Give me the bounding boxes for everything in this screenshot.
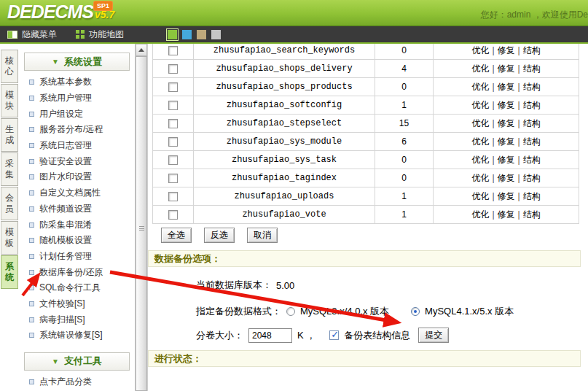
theme-swatch-3[interactable] — [211, 30, 221, 39]
sidebar-item[interactable]: 验证安全设置 — [19, 153, 135, 169]
sidebar-item[interactable]: 随机模板设置 — [19, 233, 135, 249]
tab-模板[interactable]: 模板 — [1, 221, 18, 255]
mysql4-radio-label[interactable]: MySQL4.1.x/5.x 版本 — [425, 305, 514, 318]
cancel-button[interactable]: 取消 — [247, 228, 278, 243]
scrollbar-up-button[interactable] — [136, 44, 147, 56]
menu-section-1[interactable]: ▼支付工具 — [24, 352, 130, 371]
row-checkbox[interactable] — [168, 192, 178, 201]
menu-section-0[interactable]: ▼系统设置 — [24, 53, 130, 71]
submit-button[interactable]: 提交 — [418, 328, 449, 343]
volume-size-input[interactable] — [248, 328, 292, 343]
sidebar-item[interactable]: 文件校验[S] — [19, 296, 135, 312]
sidebar-item[interactable]: SQL命令行工具 — [19, 280, 135, 296]
row-checkbox[interactable] — [168, 137, 178, 147]
action-link-0[interactable]: 优化 — [471, 173, 489, 183]
structure-info-label[interactable]: 备份表结构信息 — [344, 329, 410, 342]
bullet-icon — [29, 127, 34, 132]
side-tabs: 核心模块生成采集会员模板系统 — [0, 44, 19, 391]
action-link-1[interactable]: 修复 — [498, 155, 515, 165]
sidebar-item[interactable]: 服务器分布/远程 — [19, 122, 135, 138]
action-link-1[interactable]: 修复 — [498, 100, 515, 110]
action-link-0[interactable]: 优化 — [471, 155, 489, 165]
tab-会员[interactable]: 会员 — [1, 187, 18, 220]
row-checkbox[interactable] — [168, 155, 178, 165]
sidebar-item[interactable]: 自定义文档属性 — [19, 185, 135, 201]
structure-info-checkbox[interactable] — [329, 330, 339, 340]
sidebar-item[interactable]: 计划任务管理 — [19, 249, 135, 265]
sidebar-item[interactable]: 数据库备份/还原 — [19, 264, 135, 280]
action-link-2[interactable]: 结构 — [523, 118, 541, 128]
sidebar-item[interactable]: 软件频道设置 — [19, 201, 135, 217]
scrollbar-thumb[interactable] — [136, 56, 147, 391]
sidebar-item[interactable]: 图片水印设置 — [19, 169, 135, 185]
action-link-0[interactable]: 优化 — [471, 136, 489, 147]
row-checkbox[interactable] — [168, 101, 178, 110]
tab-采集[interactable]: 采集 — [1, 152, 18, 186]
action-link-1[interactable]: 修复 — [498, 173, 515, 183]
row-checkbox[interactable] — [168, 64, 178, 74]
action-link-2[interactable]: 结构 — [523, 136, 541, 147]
action-link-1[interactable]: 修复 — [498, 63, 515, 74]
mysql3-radio[interactable] — [286, 307, 295, 316]
welcome-text: 您好：admin ，欢迎使用De — [481, 9, 588, 21]
action-link-0[interactable]: 优化 — [471, 100, 489, 110]
checkbox-cell — [153, 133, 194, 151]
row-checkbox[interactable] — [168, 210, 178, 220]
hide-menu-button[interactable]: 隐藏菜单 — [7, 28, 57, 41]
action-link-2[interactable]: 结构 — [523, 173, 541, 183]
row-checkbox[interactable] — [168, 82, 178, 92]
table-name: zhusufapiao_sys_module — [194, 133, 375, 151]
action-link-0[interactable]: 优化 — [471, 191, 489, 201]
action-separator: | — [515, 63, 523, 74]
action-link-2[interactable]: 结构 — [523, 45, 541, 55]
action-link-0[interactable]: 优化 — [471, 82, 489, 92]
invert-select-button[interactable]: 反选 — [204, 228, 235, 243]
action-link-2[interactable]: 结构 — [523, 63, 541, 74]
action-link-1[interactable]: 修复 — [498, 118, 515, 128]
menu-scrollbar[interactable] — [136, 44, 148, 391]
row-checkbox[interactable] — [168, 119, 178, 128]
theme-swatch-1[interactable] — [182, 30, 192, 39]
sidebar-item[interactable]: 用户组设定 — [19, 106, 135, 122]
mysql4-radio[interactable] — [411, 307, 420, 316]
action-link-2[interactable]: 结构 — [523, 155, 541, 165]
action-link-1[interactable]: 修复 — [498, 209, 515, 220]
sidebar-item[interactable]: 点卡产品分类 — [19, 374, 135, 390]
theme-swatch-2[interactable] — [197, 30, 206, 39]
sidebar-item[interactable]: 系统错误修复[S] — [19, 328, 135, 344]
sidebar-item[interactable]: 系统基本参数 — [19, 74, 135, 90]
record-count: 1 — [375, 206, 434, 224]
action-link-2[interactable]: 结构 — [523, 82, 541, 92]
tab-核心[interactable]: 核心 — [1, 50, 18, 83]
action-link-2[interactable]: 结构 — [523, 209, 541, 220]
action-link-1[interactable]: 修复 — [498, 191, 515, 201]
sidebar-item-label: 数据库备份/还原 — [39, 266, 103, 279]
row-checkbox[interactable] — [168, 46, 178, 55]
hide-menu-label: 隐藏菜单 — [22, 28, 57, 41]
action-link-2[interactable]: 结构 — [523, 100, 541, 110]
checkbox-cell — [153, 96, 194, 115]
tab-模块[interactable]: 模块 — [1, 84, 18, 117]
action-link-0[interactable]: 优化 — [471, 63, 489, 74]
action-link-2[interactable]: 结构 — [523, 191, 541, 201]
theme-swatch-0[interactable] — [168, 30, 177, 39]
select-all-button[interactable]: 全选 — [161, 228, 192, 243]
table-row: zhusufapiao_sys_task0优化|修复|结构 — [153, 151, 579, 169]
sidebar-item[interactable]: 病毒扫描[S] — [19, 311, 135, 328]
action-link-0[interactable]: 优化 — [471, 118, 489, 128]
mysql3-radio-label[interactable]: MySQL3.x/4.0.x 版本 — [300, 305, 389, 318]
function-map-button[interactable]: 功能地图 — [76, 28, 124, 41]
action-link-1[interactable]: 修复 — [498, 82, 515, 92]
sidebar-item[interactable]: 系统日志管理 — [19, 138, 135, 154]
sidebar-item[interactable]: 防采集串混淆 — [19, 217, 135, 233]
action-link-1[interactable]: 修复 — [498, 45, 515, 55]
tab-系统[interactable]: 系统 — [1, 255, 18, 289]
table-row: zhusufapiao_uploads1优化|修复|结构 — [153, 187, 579, 206]
action-separator: | — [515, 100, 523, 110]
tab-生成[interactable]: 生成 — [1, 118, 18, 152]
action-link-1[interactable]: 修复 — [498, 136, 515, 147]
action-link-0[interactable]: 优化 — [471, 45, 489, 55]
sidebar-item[interactable]: 系统用户管理 — [19, 90, 135, 107]
action-link-0[interactable]: 优化 — [471, 209, 489, 220]
row-checkbox[interactable] — [168, 174, 178, 183]
